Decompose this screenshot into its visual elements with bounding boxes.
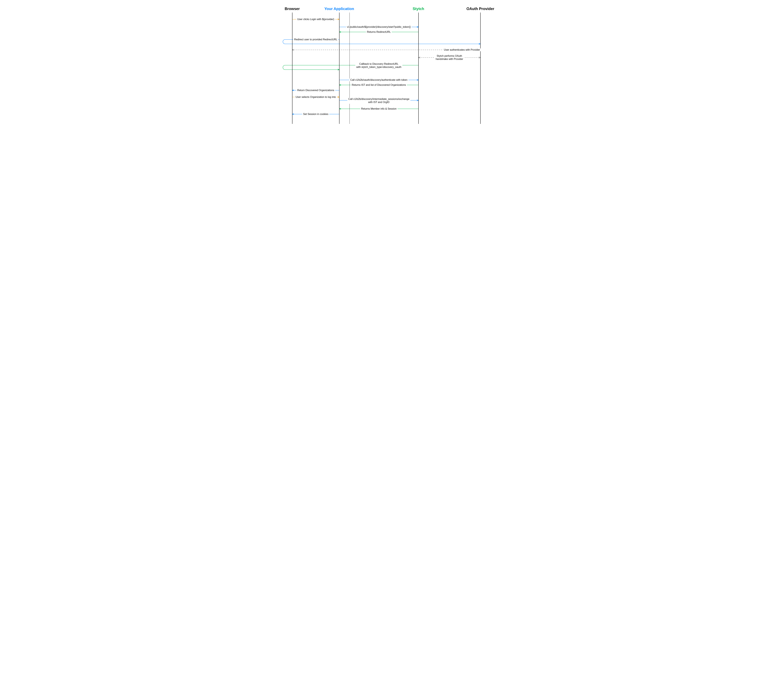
actor-label-app: Your Application <box>324 6 354 11</box>
message-label: User selects Organization to log into <box>295 96 337 99</box>
actor-label-stytch: Stytch <box>413 6 424 11</box>
message-label: Returns Member info & Session <box>360 107 397 110</box>
actor-label-browser: Browser <box>285 6 300 11</box>
message-label: User clicks Login with ${provider} <box>296 18 335 21</box>
message-label: Set Session in cookies <box>302 113 329 116</box>
message-label: Callback to Discovery RedirectURLwith st… <box>355 62 402 69</box>
actor-label-provider: OAuth Provider <box>467 6 494 11</box>
lifeline-stytch <box>418 13 419 124</box>
lifeline-provider <box>480 13 481 124</box>
message-label: User authenticates with Provider <box>443 48 481 51</box>
message-label: Returns RedirectURL <box>366 30 392 33</box>
message-label: Call v1/b2b/discovery/intermediate_sessi… <box>347 97 410 104</box>
message-label: Redirect user to provided RedirectURL <box>293 38 338 41</box>
message-label: Stytch performs OAuthhandshake with Prov… <box>435 54 464 61</box>
message-label: Call v1/b2b/oauth/discovery/authenticate… <box>349 78 408 81</box>
message-label: Returns IST and list of Discovered Organ… <box>351 84 407 86</box>
lifeline-app <box>339 13 339 124</box>
lifeline-app-shadow <box>349 13 350 124</box>
message-label: Return Discovered Organizations <box>296 89 335 92</box>
message-label: v1/public/oauth/${provider}/discovery/st… <box>346 25 412 29</box>
sequence-diagram: BrowserYour ApplicationStytchOAuth Provi… <box>275 0 509 136</box>
